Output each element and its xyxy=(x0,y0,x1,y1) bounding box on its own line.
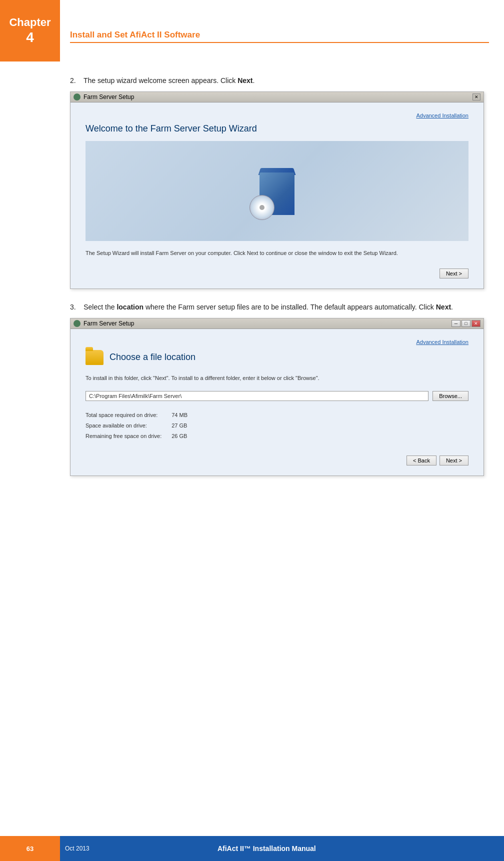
page-header: Install and Set AfiAct II Software xyxy=(70,30,489,43)
step-3-intro: Select the xyxy=(84,303,116,311)
step-2-number: 2. xyxy=(70,76,76,84)
window2-stats: Total space required on drive: 74 MB Spa… xyxy=(86,410,468,442)
stat-label-1: Total space required on drive: xyxy=(86,410,172,420)
window1-controls: ✕ xyxy=(472,94,480,100)
main-content: 2. The setup wizard welcome screen appea… xyxy=(0,62,504,505)
footer-page-number: 63 xyxy=(0,836,60,861)
window2-minimize-btn[interactable]: ─ xyxy=(452,320,460,327)
step-3-number: 3. xyxy=(70,303,76,311)
disc-icon xyxy=(250,195,274,220)
footer-date: Oct 2013 xyxy=(65,845,90,852)
window2-title-text: Farm Server Setup xyxy=(84,320,134,327)
footer-title: AfiAct II™ Installation Manual xyxy=(90,844,444,852)
window2-header: Choose a file location xyxy=(86,350,468,365)
chapter-tab: Chapter 4 xyxy=(0,0,60,62)
window1-description: The Setup Wizard will install Farm Serve… xyxy=(86,249,468,258)
stat-label-2: Space available on drive: xyxy=(86,420,172,431)
window2-next-button[interactable]: Next > xyxy=(440,456,468,466)
chapter-number: 4 xyxy=(26,30,34,46)
window1-screenshot: Farm Server Setup ✕ Advanced Installatio… xyxy=(70,92,484,289)
window2-path-input[interactable] xyxy=(86,391,428,401)
window2-screenshot: Farm Server Setup ─ □ ✕ Advanced Install… xyxy=(70,318,484,476)
window1-close-btn[interactable]: ✕ xyxy=(472,94,480,100)
window2-icon xyxy=(74,320,80,327)
step-2-text: 2. The setup wizard welcome screen appea… xyxy=(70,76,484,84)
window2-browse-button[interactable]: Browse... xyxy=(432,391,468,401)
stat-row-2: Space available on drive: 27 GB xyxy=(86,420,198,431)
window1-content: Advanced Installation Welcome to the Far… xyxy=(70,102,484,288)
window2-footer: < Back Next > xyxy=(86,452,468,466)
window2-maximize-btn[interactable]: □ xyxy=(462,320,470,327)
stat-value-2: 27 GB xyxy=(172,420,198,431)
window1-icon xyxy=(74,94,80,100)
stat-row-1: Total space required on drive: 74 MB xyxy=(86,410,198,420)
step-3: 3. Select the location where the Farm se… xyxy=(70,303,484,476)
stat-label-3: Remaining free space on drive: xyxy=(86,431,172,442)
step-2-intro: The setup wizard welcome screen appears.… xyxy=(84,76,238,84)
window2-path-row: Browse... xyxy=(86,391,468,401)
window1-title-text: Farm Server Setup xyxy=(84,94,134,100)
software-box-icon xyxy=(257,168,297,215)
page-number: 63 xyxy=(26,845,34,852)
window1-titlebar: Farm Server Setup ✕ xyxy=(70,92,484,102)
step-2: 2. The setup wizard welcome screen appea… xyxy=(70,76,484,289)
window2-back-button[interactable]: < Back xyxy=(406,456,436,466)
chapter-label: Chapter xyxy=(9,16,50,29)
window2-title-left: Farm Server Setup xyxy=(74,320,134,327)
window2-titlebar: Farm Server Setup ─ □ ✕ xyxy=(70,318,484,329)
window2-advanced-link[interactable]: Advanced Installation xyxy=(86,339,468,345)
stat-value-1: 74 MB xyxy=(172,410,198,420)
stat-value-3: 26 GB xyxy=(172,431,198,442)
window1-heading: Welcome to the Farm Server Setup Wizard xyxy=(86,124,468,134)
step-3-bold1: location xyxy=(116,303,144,311)
step-2-bold: Next xyxy=(238,76,252,84)
window1-advanced-link[interactable]: Advanced Installation xyxy=(86,112,468,118)
window2-heading: Choose a file location xyxy=(110,352,196,362)
window2-description: To install in this folder, click "Next".… xyxy=(86,374,468,382)
window1-image-area xyxy=(86,141,468,241)
step-3-text: 3. Select the location where the Farm se… xyxy=(70,303,484,311)
window1-title-left: Farm Server Setup xyxy=(74,94,134,100)
window1-footer: Next > xyxy=(86,264,468,278)
window1-next-button[interactable]: Next > xyxy=(440,268,468,278)
folder-icon xyxy=(86,350,104,365)
step-3-bold2: Next xyxy=(436,303,451,311)
page-title: Install and Set AfiAct II Software xyxy=(70,30,489,43)
window2-controls: ─ □ ✕ xyxy=(452,320,480,327)
disc-hole xyxy=(260,205,264,210)
stat-row-3: Remaining free space on drive: 26 GB xyxy=(86,431,198,442)
window2-close-btn[interactable]: ✕ xyxy=(472,320,480,327)
window2-content: Advanced Installation Choose a file loca… xyxy=(70,329,484,476)
page-footer: 63 Oct 2013 AfiAct II™ Installation Manu… xyxy=(0,836,504,861)
